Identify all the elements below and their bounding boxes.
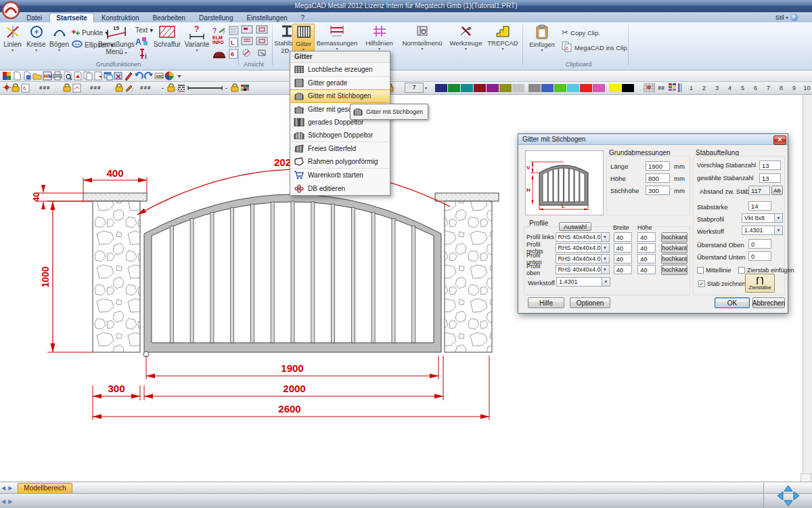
color-field[interactable]: ### [140, 83, 151, 93]
color-swatch[interactable] [435, 84, 447, 92]
color-swatch[interactable] [580, 84, 592, 92]
hoehe-input[interactable]: 40 [637, 254, 656, 263]
layer-field-1[interactable]: ### [39, 83, 50, 93]
menu-item-gerade[interactable]: Gitter gerade [290, 77, 390, 90]
hoehe-input[interactable]: 40 [637, 232, 656, 242]
menu-item-lochbleche[interactable]: Lochbleche erzeugen [290, 63, 390, 77]
color-swatch[interactable] [593, 84, 605, 92]
gitter-button[interactable]: Gitter▾ [292, 24, 315, 54]
lock-linetype-icon[interactable] [167, 83, 175, 93]
color-swatch[interactable] [512, 84, 524, 92]
pen-field[interactable]: ### [90, 83, 101, 93]
variante-button[interactable]: ? Variante▾ [183, 24, 211, 52]
hoehe-input[interactable]: 40 [637, 265, 656, 274]
window-copy-icon[interactable] [103, 70, 113, 81]
color-bar-icon[interactable] [678, 83, 682, 93]
menu-item-db[interactable]: DB editieren [290, 182, 390, 196]
color-swatch[interactable] [554, 84, 566, 92]
menu-item-warenkorb[interactable]: Warenkorb starten [290, 169, 390, 182]
field-input[interactable]: 13 [759, 173, 781, 183]
mittellinie-checkbox[interactable] [697, 267, 704, 274]
color-swatch[interactable] [567, 84, 579, 92]
status-scroll-right-icon[interactable]: ▶ [8, 499, 12, 505]
layer-number-10[interactable]: 10 [800, 85, 812, 91]
color-swatch[interactable] [461, 84, 473, 92]
vertical-scrollbar[interactable] [803, 94, 812, 482]
text-button[interactable]: Text▾ [135, 26, 153, 34]
ok-button[interactable]: OK [715, 297, 750, 308]
window-delete-icon[interactable] [113, 70, 123, 81]
layer-number-7[interactable]: 7 [762, 85, 775, 91]
print-preview-icon[interactable] [62, 70, 72, 81]
zierstaebe-button[interactable]: Zierstäbe [745, 274, 775, 293]
lock-pattern-icon[interactable] [231, 83, 239, 93]
line-preview[interactable] [187, 83, 223, 93]
zierstab-checkbox[interactable] [738, 267, 745, 274]
lock-pen-icon[interactable] [63, 83, 71, 93]
bemassung-menu-button[interactable]: 15 Bemaßungs Menü ▾ [100, 24, 133, 56]
profil-select[interactable]: RHS 40x40x4.0▼ [556, 254, 610, 263]
layer-number-8[interactable]: 8 [775, 85, 788, 91]
layer-number-4[interactable]: 4 [723, 85, 736, 91]
layer-number-9[interactable]: 9 [788, 85, 800, 91]
layer-number-6[interactable]: 6 [749, 85, 762, 91]
color-swatch[interactable] [474, 84, 486, 92]
schraffur-button[interactable]: Schraffur [153, 24, 181, 48]
profil-select[interactable]: RHS 40x40x4.0▼ [556, 265, 610, 274]
ueberstand-unten-field[interactable]: 0 [748, 251, 771, 261]
color-swatch[interactable] [541, 84, 554, 92]
new-doc-icon[interactable] [12, 70, 22, 81]
color-swatch[interactable] [528, 84, 541, 92]
hilfe-button[interactable]: Hilfe [528, 297, 564, 308]
optionen-button[interactable]: Optionen [570, 297, 610, 308]
kreise-button[interactable]: Kreise▾ [25, 24, 47, 52]
abc-stamp-icon[interactable]: ABC [154, 70, 164, 81]
stabstaerke-field[interactable]: 14 [748, 201, 771, 211]
color-swatch[interactable] [499, 84, 512, 92]
app-logo-icon[interactable] [1, 70, 12, 81]
linetype-icon[interactable] [177, 83, 186, 93]
layer-number-1[interactable]: 1 [685, 85, 698, 91]
megacad-clip-button[interactable]: 6 MegaCAD ins Clip. [562, 41, 629, 54]
color-swatch[interactable] [487, 84, 499, 92]
color-wheel-icon[interactable] [164, 70, 174, 81]
menu-item-stichbogen[interactable]: Gitter mit Stichbogen [290, 89, 390, 103]
normteil-button[interactable]: Normteilmenü▾ [399, 24, 445, 51]
layer-number-3[interactable]: 3 [710, 85, 723, 91]
trepcad-button[interactable]: TREPCAD▾ [486, 24, 520, 51]
grid-icon[interactable] [229, 26, 239, 38]
tab-darstellung[interactable]: Darstellung [193, 14, 240, 22]
bemassungen-button[interactable]: Bemassungen▾ [315, 24, 359, 51]
style-menu[interactable]: Stil▾ ? [775, 14, 798, 21]
plot-icon[interactable] [72, 70, 83, 81]
menu-item-freifeld[interactable]: Freies Gitterfeld [290, 142, 390, 156]
page-6-small-icon[interactable]: 6 [21, 83, 30, 93]
werkzeuge-button[interactable]: Werkzeuge▾ [447, 24, 484, 51]
copy-clip-button[interactable]: ✂ Copy Clip. [562, 28, 600, 37]
tab-scroll-left-icon[interactable]: ◀ [1, 485, 5, 491]
color-swatch[interactable] [622, 84, 634, 92]
einfuegen-button[interactable]: Einfügen▾ [526, 24, 558, 52]
red-pen-icon[interactable] [123, 70, 133, 81]
hochkant-button[interactable]: hochkant [661, 265, 687, 275]
tab-bearbeiten[interactable]: Bearbeiten [147, 14, 191, 22]
hochkant-button[interactable]: hochkant [661, 232, 687, 242]
page-small-icon[interactable] [72, 83, 81, 93]
stamp-icon[interactable] [212, 48, 227, 62]
profil-select[interactable]: RHS 40x40x4.0▼ [556, 243, 610, 253]
breite-input[interactable]: 40 [614, 232, 632, 242]
tab-?[interactable]: ? [295, 14, 311, 22]
tab-scroll-right-icon[interactable]: ▶ [8, 485, 12, 491]
profil-select[interactable]: RHS 40x40x4.0▼ [556, 232, 610, 242]
hilfslinien-button[interactable]: Hilfslinien▾ [361, 24, 398, 51]
undo-icon[interactable] [133, 70, 143, 81]
tab-einstellungen[interactable]: Einstellungen [241, 14, 294, 22]
lock-layer-icon[interactable] [12, 83, 20, 93]
redo-icon[interactable] [143, 70, 154, 81]
breite-input[interactable]: 40 [614, 265, 632, 274]
text-style-icon[interactable]: A [135, 36, 148, 49]
color-swatch[interactable] [609, 84, 621, 92]
abbrechen-button[interactable]: Abbrechen [752, 297, 785, 308]
hochkant-button[interactable]: hochkant [661, 254, 687, 264]
boegen-button[interactable]: Bögen▾ [48, 24, 70, 52]
